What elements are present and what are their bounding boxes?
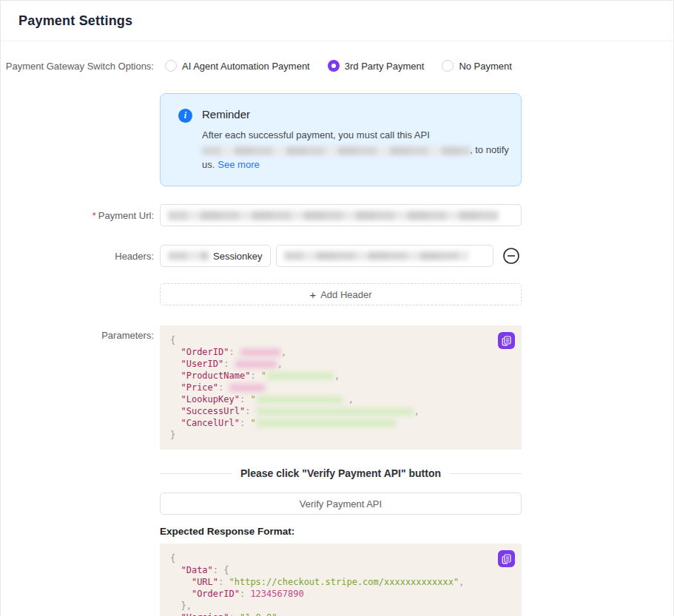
copy-icon (502, 554, 512, 564)
page-title: Payment Settings (18, 13, 132, 29)
parameters-json: { "OrderID": , "UserID": , "ProductName"… (170, 334, 511, 441)
minus-circle-icon (502, 247, 520, 265)
reminder-alert: i Reminder After each successful payment… (160, 93, 522, 186)
header-key-input[interactable]: Sessionkey (160, 245, 271, 267)
radio-icon (328, 60, 340, 72)
header-value-input[interactable] (276, 245, 493, 267)
add-header-button[interactable]: + Add Header (160, 283, 522, 305)
plus-icon: + (309, 288, 316, 301)
see-more-link[interactable]: See more (218, 159, 259, 170)
payment-gateway-radio-group: AI Agent Automation Payment 3rd Party Pa… (160, 60, 512, 72)
radio-ai-agent-automation-payment[interactable]: AI Agent Automation Payment (165, 60, 310, 72)
radio-label: AI Agent Automation Payment (182, 61, 310, 72)
parameters-code-block: { "OrderID": , "UserID": , "ProductName"… (160, 325, 522, 450)
redacted-value (229, 384, 265, 392)
info-icon: i (178, 109, 192, 123)
redacted-value (257, 396, 343, 404)
required-asterisk: * (92, 210, 96, 221)
reminder-title: Reminder (202, 108, 509, 121)
divider-row: Please click "Verify Payment API" button (1, 467, 673, 479)
reminder-row: i Reminder After each successful payment… (1, 72, 673, 186)
payment-gateway-options-label: Payment Gateway Switch Options: (1, 61, 160, 72)
radio-icon (442, 60, 454, 72)
copy-button[interactable] (498, 550, 515, 567)
payment-url-row: *Payment Url: (1, 204, 673, 226)
redacted-value (240, 348, 280, 356)
headers-label: Headers: (1, 251, 160, 262)
redacted-value (168, 251, 209, 260)
redacted-value (257, 419, 396, 427)
redacted-value (257, 407, 414, 416)
instruction-text: Please click "Verify Payment API" button (240, 467, 441, 479)
redacted-value (235, 360, 277, 368)
verify-row: Verify Payment API (1, 493, 673, 515)
page-header: Payment Settings (1, 1, 673, 41)
response-json: { "Data": { "URL": "https://checkout.str… (170, 552, 511, 616)
copy-icon (502, 336, 512, 346)
parameters-label: Parameters: (1, 325, 160, 341)
redacted-value (267, 372, 334, 380)
headers-row: Headers: Sessionkey (1, 245, 673, 267)
parameters-row: Parameters: { "OrderID": , "UserID": , "… (1, 325, 673, 450)
header-key-visible-text: Sessionkey (213, 251, 262, 262)
response-code-block: { "Data": { "URL": "https://checkout.str… (160, 544, 522, 616)
payment-url-input[interactable] (160, 204, 522, 226)
verify-payment-api-button[interactable]: Verify Payment API (160, 493, 522, 515)
radio-icon (165, 60, 177, 72)
payment-url-label: Payment Url: (98, 210, 154, 221)
reminder-body: After each successful payment, you must … (202, 128, 509, 172)
redacted-value (284, 251, 469, 260)
remove-header-button[interactable] (502, 247, 520, 265)
expected-response-row: { "Data": { "URL": "https://checkout.str… (1, 544, 673, 616)
add-header-row: + Add Header (1, 283, 673, 305)
radio-label: 3rd Party Payment (345, 61, 425, 72)
radio-3rd-party-payment[interactable]: 3rd Party Payment (328, 60, 425, 72)
radio-no-payment[interactable]: No Payment (442, 60, 512, 72)
redacted-api-url (202, 146, 470, 155)
instruction-divider: Please click "Verify Payment API" button (160, 467, 522, 479)
expected-response-format-label: Expected Response Format: (160, 526, 522, 537)
radio-label: No Payment (459, 61, 512, 72)
copy-button[interactable] (498, 332, 515, 349)
payment-gateway-options-row: Payment Gateway Switch Options: AI Agent… (1, 60, 673, 72)
expected-response-label-row: Expected Response Format: (1, 526, 673, 537)
redacted-value (168, 211, 499, 220)
